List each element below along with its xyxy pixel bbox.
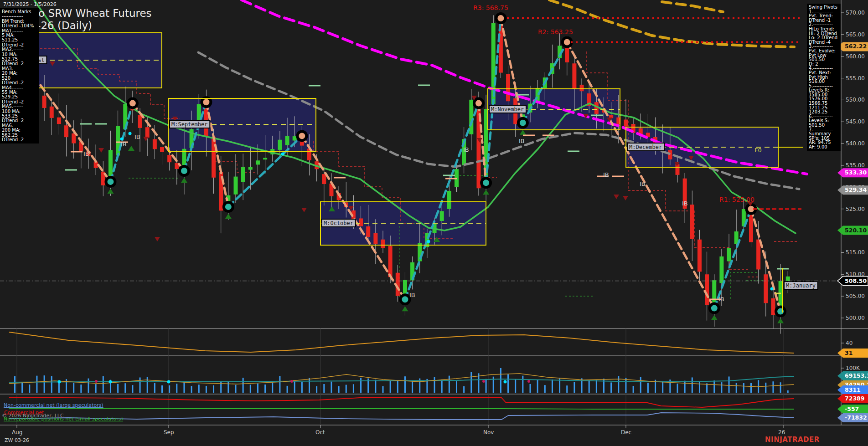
cyan-dot-marker: [281, 153, 284, 156]
volume-magenta-dot: [290, 380, 293, 383]
volume-bar: [530, 384, 531, 393]
candle-body: [145, 127, 150, 138]
cot-label-nonreportable[interactable]: Nonreportable positions net (small specu…: [4, 416, 123, 422]
volume-bar: [257, 384, 258, 393]
price-badge-label: -71832: [845, 414, 867, 421]
volume-bar: [750, 383, 752, 393]
ib-label: IB: [603, 171, 609, 178]
candle-body: [572, 63, 576, 88]
volume-bar: [191, 386, 192, 393]
swing-pivot-circle[interactable]: [180, 166, 189, 175]
swing-pivots-panel[interactable]: Swing Pivots1.------------Pvt. Trend:DTr…: [807, 4, 841, 151]
swing-pivot-circle[interactable]: [710, 303, 719, 313]
date-range: 7/31/2025 - 1/5/2026: [3, 1, 57, 7]
price-axis-tick-label: 560.00: [846, 53, 865, 60]
volume-bar: [625, 378, 626, 393]
candle-body: [57, 118, 61, 124]
volume-bar: [272, 383, 273, 393]
volume-bar: [338, 386, 340, 393]
swing-pivot-circle[interactable]: [224, 202, 233, 211]
mint-dash-marker: [568, 151, 579, 152]
bench-marks-panel[interactable]: Bench Marks-------------BM Trend:DTrend …: [0, 8, 39, 144]
volume-bar: [124, 383, 126, 393]
candle-body: [256, 160, 260, 164]
volume-bar: [589, 380, 590, 393]
price-badge-label: 562.22: [845, 43, 867, 50]
swing-pivot-circle[interactable]: [563, 38, 572, 47]
cot-label-noncommercial[interactable]: Non-commercial net (large speculators): [4, 402, 103, 408]
swing-pivot-circle[interactable]: [400, 295, 409, 304]
resistance-label: R1: 525.00: [719, 196, 754, 203]
candle-body: [676, 164, 680, 175]
price-axis-tick-label: 525.00: [846, 206, 865, 212]
volume-bar: [44, 375, 45, 393]
candle-body: [234, 177, 238, 195]
swing-pivot-circle[interactable]: [128, 99, 137, 108]
volume-bar: [743, 383, 744, 393]
volume-bar: [500, 368, 501, 393]
volume-bar: [301, 382, 303, 393]
volume-bar: [515, 379, 516, 393]
volume-bar: [522, 376, 523, 393]
swing-pivot-circle[interactable]: [474, 99, 483, 108]
mint-dash-marker: [443, 175, 455, 176]
volume-bar: [566, 385, 568, 393]
volume-bar: [154, 383, 155, 393]
volume-bar: [713, 380, 715, 393]
chart-canvas[interactable]: IBIBIBIBIBIBIBIBIBIBM:AugustM:SeptemberM…: [0, 0, 868, 446]
candle-body: [719, 256, 723, 283]
volume-bar: [463, 386, 465, 393]
month-label: M:November: [491, 106, 524, 113]
candle-body: [381, 240, 385, 248]
swing-pivot-circle[interactable]: [496, 14, 505, 23]
candle-body: [263, 158, 267, 160]
price-axis-tick-label: 565.00: [846, 31, 865, 38]
resistance-label: R3: 568.75: [473, 4, 508, 11]
swing-pivot-circle[interactable]: [297, 131, 306, 140]
indicator-axis-tick-label: 100K: [846, 365, 860, 371]
volume-bar: [412, 381, 413, 393]
candle-body: [764, 274, 768, 303]
ib-label: IB: [718, 296, 724, 302]
candle-body: [153, 139, 157, 149]
volume-bar: [662, 381, 663, 393]
swing-pivot-circle[interactable]: [202, 97, 211, 107]
candle-body: [373, 233, 377, 244]
ninjatrader-logo: NINJATRADER: [765, 436, 820, 444]
price-axis-tick-label: 535.00: [846, 162, 865, 169]
resistance-label: R2: 563.25: [538, 28, 573, 36]
volume-bar: [250, 384, 251, 393]
month-label: M:September: [171, 121, 207, 128]
volume-bar: [772, 381, 774, 393]
swing-pivot-circle[interactable]: [106, 177, 115, 186]
swing-pivot-circle[interactable]: [481, 178, 491, 187]
volume-bar: [309, 378, 310, 393]
swing-pivot-circle[interactable]: [518, 118, 527, 128]
volume-bar: [117, 384, 119, 393]
volume-bar: [169, 385, 170, 393]
candle-body: [668, 150, 672, 159]
volume-bar: [507, 374, 509, 393]
volume-cyan-dot: [504, 380, 507, 384]
volume-bar: [132, 385, 133, 393]
volume-bar: [633, 386, 634, 393]
volume-bar: [692, 377, 693, 393]
time-axis-label: Oct: [315, 429, 325, 436]
volume-bar: [684, 381, 686, 393]
volume-bar: [552, 379, 553, 393]
price-badge: [837, 349, 868, 358]
swing-pivot-circle[interactable]: [776, 307, 785, 316]
cyan-dot-marker: [129, 132, 132, 135]
mint-dash-marker: [309, 85, 320, 87]
mint-dash-marker: [80, 123, 92, 125]
price-badge-label: 69153.33: [845, 372, 868, 379]
volume-bar: [51, 376, 52, 393]
volume-bar: [677, 384, 678, 393]
volume-bar: [161, 385, 163, 393]
volume-bar: [36, 376, 37, 393]
volume-bar: [441, 379, 443, 393]
candle-body: [580, 85, 584, 91]
mint-dash-marker: [517, 94, 529, 96]
volume-cyan-dot: [58, 380, 61, 384]
volume-bar: [618, 376, 619, 393]
